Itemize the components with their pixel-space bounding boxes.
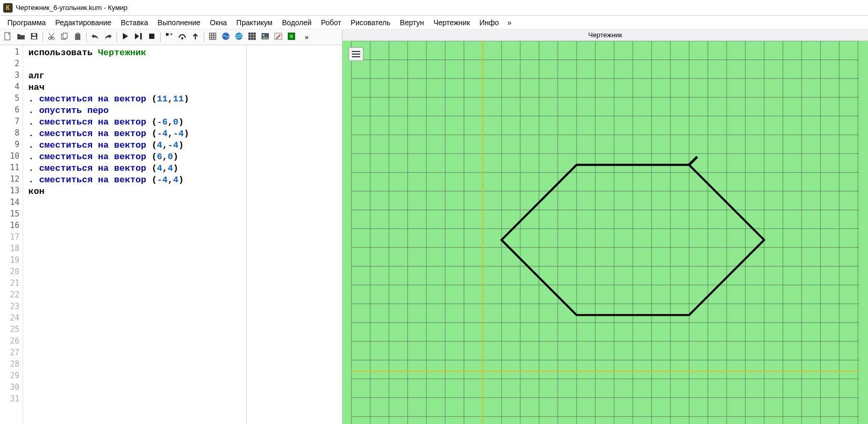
menu-overflow[interactable]: » — [504, 17, 515, 28]
svg-rect-3 — [33, 34, 36, 36]
step-out-button[interactable] — [190, 32, 201, 43]
file-new-button[interactable] — [2, 32, 14, 43]
line-number: 1 — [0, 47, 23, 59]
toggle-grid-icon — [209, 33, 216, 42]
line-number: 3 — [0, 70, 23, 82]
toolbar-separator — [86, 33, 87, 42]
stop-button[interactable] — [146, 32, 158, 43]
menu-item-4[interactable]: Окна — [206, 17, 232, 28]
paste-icon — [74, 33, 81, 42]
run-icon — [122, 33, 129, 42]
file-save-button[interactable] — [28, 32, 40, 43]
code-line: нач — [28, 82, 246, 94]
menubar: ПрограммаРедактированиеВставкаВыполнение… — [0, 16, 868, 29]
copy-button[interactable] — [59, 32, 70, 43]
menu-item-5[interactable]: Практикум — [232, 17, 277, 28]
run-step-icon — [134, 33, 143, 42]
line-number: 25 — [0, 325, 23, 336]
menu-item-8[interactable]: Рисователь — [347, 17, 395, 28]
menu-item-6[interactable]: Водолей — [278, 17, 316, 28]
menu-item-7[interactable]: Робот — [317, 17, 345, 28]
world-green-button[interactable] — [286, 32, 297, 43]
line-number: 18 — [0, 244, 23, 255]
code-line — [28, 59, 246, 70]
menu-item-9[interactable]: Вертун — [396, 17, 428, 28]
code-editor[interactable]: использовать Чертежник алгнач. сместитьс… — [23, 45, 246, 424]
svg-rect-7 — [63, 33, 67, 38]
toolbar-overflow[interactable]: » — [301, 32, 312, 43]
menu-item-1[interactable]: Редактирование — [51, 17, 116, 28]
line-number: 10 — [0, 151, 23, 163]
line-number: 26 — [0, 336, 23, 348]
world-grid-icon — [248, 33, 256, 42]
svg-rect-2 — [32, 37, 36, 39]
line-number: 13 — [0, 186, 23, 198]
step-in-button[interactable] — [163, 32, 175, 43]
code-line: . опустить перо — [28, 105, 246, 117]
file-save-icon — [30, 33, 38, 42]
hamburger-icon — [352, 51, 360, 57]
canvas[interactable] — [342, 41, 868, 424]
left-pane: » 12345678910111213141516171819202122232… — [0, 29, 342, 424]
line-number: 5 — [0, 94, 23, 105]
menu-item-10[interactable]: Чертежник — [429, 17, 474, 28]
line-number: 9 — [0, 140, 23, 151]
line-number: 24 — [0, 313, 23, 325]
world-grid-button[interactable] — [246, 32, 258, 43]
code-line: . сместиться на вектор (-4,-4) — [28, 128, 246, 140]
menu-item-2[interactable]: Вставка — [117, 17, 152, 28]
menu-item-3[interactable]: Выполнение — [153, 17, 204, 28]
code-line: . сместиться на вектор (-4,4) — [28, 174, 246, 186]
code-line: . сместиться на вектор (6,0) — [28, 151, 246, 163]
step-out-icon — [192, 33, 199, 42]
undo-button[interactable] — [89, 32, 101, 43]
code-line: . сместиться на вектор (4,4) — [28, 163, 246, 174]
redo-icon — [104, 33, 112, 41]
main: » 12345678910111213141516171819202122232… — [0, 29, 868, 424]
app-icon: К — [3, 3, 13, 13]
line-number: 12 — [0, 174, 23, 186]
world-water-button[interactable] — [220, 32, 232, 43]
toolbar-separator — [204, 33, 204, 42]
world-green-icon — [288, 33, 295, 42]
line-number: 19 — [0, 255, 23, 267]
step-in-icon — [165, 33, 173, 42]
redo-button[interactable] — [102, 32, 114, 43]
code-line: алг — [28, 70, 246, 82]
titlebar: К Чертежник_6-угольник.kum - Кумир — [0, 0, 868, 16]
editor-area: 1234567891011121314151617181920212223242… — [0, 45, 342, 424]
paste-button[interactable] — [72, 32, 83, 43]
line-number: 15 — [0, 209, 23, 221]
menu-item-11[interactable]: Инфо — [475, 17, 503, 28]
svg-point-16 — [235, 33, 243, 40]
run-button[interactable] — [120, 32, 131, 43]
svg-point-19 — [263, 35, 265, 36]
menu-item-0[interactable]: Программа — [3, 17, 50, 28]
svg-point-13 — [181, 37, 183, 39]
cut-icon — [48, 33, 55, 42]
drawing-pane: Чертежник — [342, 29, 868, 424]
svg-rect-14 — [210, 33, 216, 39]
file-open-button[interactable] — [15, 32, 27, 43]
editor-side-panel — [247, 45, 342, 424]
line-number: 11 — [0, 163, 23, 174]
step-over-button[interactable] — [176, 32, 188, 43]
world-wave-button[interactable] — [233, 32, 245, 43]
line-number: 21 — [0, 278, 23, 290]
world-image-button[interactable] — [259, 32, 271, 43]
toolbar: » — [0, 29, 342, 45]
editor-container: 1234567891011121314151617181920212223242… — [0, 45, 247, 424]
line-number-gutter: 1234567891011121314151617181920212223242… — [0, 45, 23, 424]
cut-button[interactable] — [46, 32, 57, 43]
line-number: 30 — [0, 382, 23, 394]
world-paint-button[interactable] — [273, 32, 284, 43]
canvas-menu-button[interactable] — [349, 47, 363, 61]
toggle-grid-button[interactable] — [207, 32, 218, 43]
window-title: Чертежник_6-угольник.kum - Кумир — [16, 4, 128, 12]
canvas-svg — [342, 41, 868, 424]
code-line: использовать Чертежник — [28, 47, 246, 59]
line-number: 31 — [0, 394, 23, 406]
run-step-button[interactable] — [133, 32, 144, 43]
line-number: 2 — [0, 59, 23, 70]
stop-icon — [149, 33, 155, 41]
